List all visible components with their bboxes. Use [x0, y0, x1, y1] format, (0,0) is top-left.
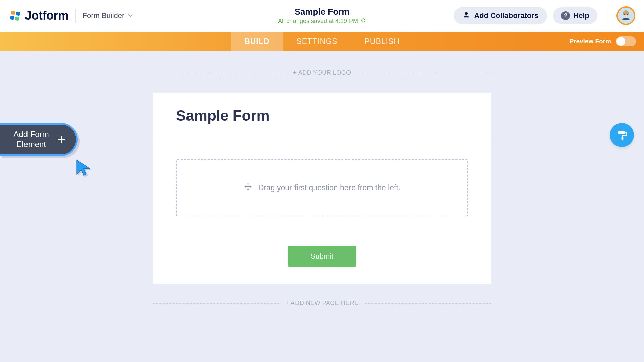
dashed-line: [153, 73, 287, 73]
add-form-element-label-line2: Element: [16, 140, 46, 149]
chevron-down-icon: [128, 11, 133, 20]
svg-rect-2: [10, 16, 14, 20]
add-logo-button[interactable]: + ADD YOUR LOGO: [153, 69, 491, 76]
tab-settings[interactable]: SETTINGS: [283, 32, 351, 51]
add-logo-label: + ADD YOUR LOGO: [293, 69, 351, 76]
refresh-icon[interactable]: [361, 18, 366, 25]
dashed-line: [153, 303, 279, 304]
logo-icon: [9, 9, 21, 22]
user-avatar[interactable]: [616, 6, 635, 25]
form-designer-button[interactable]: [610, 123, 634, 147]
save-status-text: All changes saved at 4:19 PM: [278, 18, 358, 25]
nav-bar: BUILD SETTINGS PUBLISH Preview Form: [0, 32, 644, 51]
brand-name: Jotform: [25, 9, 69, 23]
divider: [75, 9, 76, 22]
svg-rect-3: [15, 16, 19, 21]
svg-rect-0: [11, 11, 15, 15]
nav-tabs: BUILD SETTINGS PUBLISH: [231, 32, 413, 51]
form-card-footer: Submit: [153, 233, 491, 284]
divider: [607, 6, 607, 26]
canvas: Add Form Element + + ADD YOUR LOGO Sampl…: [0, 51, 644, 307]
svg-rect-10: [622, 137, 624, 140]
header-right: Add Collaborators ? Help: [454, 6, 635, 26]
question-dropzone[interactable]: Drag your first question here from the l…: [176, 159, 468, 216]
user-icon: [463, 11, 470, 20]
dashed-line: [357, 73, 491, 73]
add-form-element-label-line1: Add Form: [13, 130, 49, 139]
tab-publish[interactable]: PUBLISH: [351, 32, 413, 51]
add-collaborators-button[interactable]: Add Collaborators: [454, 7, 547, 24]
svg-point-4: [465, 12, 468, 15]
top-header: Jotform Form Builder Sample Form All cha…: [0, 0, 644, 32]
dashed-line: [365, 303, 491, 304]
add-collaborators-label: Add Collaborators: [474, 11, 538, 20]
submit-button[interactable]: Submit: [288, 246, 356, 267]
form-card: Sample Form Drag your first question her…: [153, 93, 491, 284]
add-form-element-label: Add Form Element: [9, 129, 53, 149]
header-center: Sample Form All changes saved at 4:19 PM: [278, 7, 366, 25]
dropzone-text: Drag your first question here from the l…: [258, 183, 400, 192]
move-icon: [244, 182, 252, 193]
brand-logo[interactable]: Jotform: [9, 9, 69, 23]
form-title[interactable]: Sample Form: [278, 7, 366, 17]
svg-rect-9: [618, 131, 625, 134]
save-status: All changes saved at 4:19 PM: [278, 18, 366, 25]
preview-toggle[interactable]: [616, 36, 636, 46]
toggle-knob: [616, 37, 625, 46]
form-card-body: Drag your first question here from the l…: [153, 139, 491, 233]
add-page-label: + ADD NEW PAGE HERE: [285, 300, 359, 307]
form-title-field[interactable]: Sample Form: [176, 107, 468, 124]
plus-icon: +: [58, 131, 66, 147]
preview-toggle-label: Preview Form: [569, 38, 611, 45]
help-button[interactable]: ? Help: [553, 7, 597, 24]
tab-build[interactable]: BUILD: [231, 32, 283, 51]
svg-point-7: [624, 14, 625, 15]
cursor-icon: [74, 158, 94, 179]
form-card-header[interactable]: Sample Form: [153, 93, 491, 139]
page-selector[interactable]: Form Builder: [83, 11, 133, 20]
paint-roller-icon: [616, 129, 628, 141]
add-form-element-button[interactable]: Add Form Element +: [0, 123, 78, 156]
svg-rect-1: [16, 11, 20, 16]
question-icon: ?: [561, 11, 570, 20]
svg-point-8: [627, 14, 628, 15]
preview-toggle-wrap: Preview Form: [569, 32, 644, 51]
page-selector-label: Form Builder: [83, 11, 125, 20]
help-label: Help: [573, 11, 589, 20]
add-page-button[interactable]: + ADD NEW PAGE HERE: [153, 300, 491, 307]
